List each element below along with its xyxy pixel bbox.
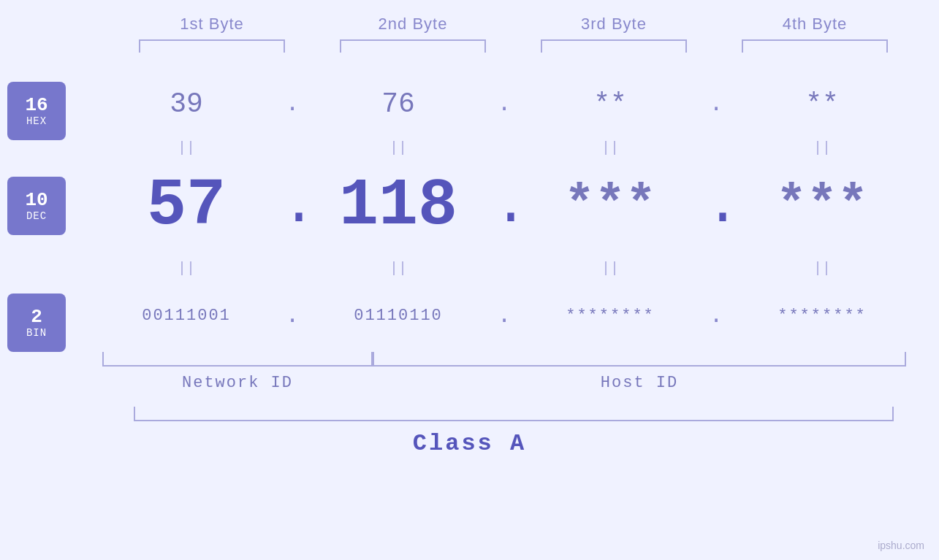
dot2-bin: . — [493, 302, 515, 329]
dot3-hex: . — [705, 91, 727, 118]
dot1-bin: . — [281, 302, 303, 329]
host-id-label: Host ID — [373, 374, 906, 392]
dec-row: 57 . 118 . *** . *** — [102, 162, 906, 250]
bin-b1: 00111001 — [113, 307, 259, 325]
bin-badge-label: BIN — [26, 327, 47, 339]
bin-b4: ******** — [749, 307, 895, 325]
equals-row-2: || || || || — [102, 250, 906, 286]
network-bracket — [102, 352, 373, 367]
dec-b1: 57 — [113, 173, 259, 239]
bottom-brackets-row — [102, 352, 906, 367]
content-wrapper: 16 HEX 39 . 76 . ** . ** || || — [0, 74, 939, 392]
bin-badge-number: 2 — [31, 307, 42, 328]
equals-row-1: || || || || — [102, 133, 906, 162]
hex-b2: 76 — [325, 88, 471, 120]
eq1-b3: || — [537, 139, 683, 156]
hex-row: 39 . 76 . ** . ** — [102, 74, 906, 133]
dot3-dec: . — [705, 168, 727, 244]
hex-section: 16 HEX 39 . 76 . ** . ** — [102, 74, 939, 133]
outer-bracket — [134, 407, 894, 421]
bracket-byte4 — [742, 39, 888, 53]
dec-badge-label: DEC — [26, 210, 47, 222]
bin-b3: ******** — [537, 307, 683, 325]
byte2-header: 2nd Byte — [332, 15, 493, 34]
dot1-dec: . — [281, 168, 303, 244]
dot1-hex: . — [281, 91, 303, 118]
dot2-dec: . — [493, 168, 515, 244]
host-bracket — [373, 352, 906, 367]
byte1-header: 1st Byte — [132, 15, 292, 34]
bracket-byte1 — [139, 39, 285, 53]
dec-badge: 10 DEC — [7, 177, 66, 235]
eq2-b3: || — [537, 260, 683, 277]
main-container: 1st Byte 2nd Byte 3rd Byte 4th Byte 16 H… — [0, 0, 939, 560]
hex-badge-label: HEX — [26, 115, 47, 127]
eq1-b1: || — [113, 139, 259, 156]
eq2-b2: || — [325, 260, 471, 277]
dec-section: 10 DEC 57 . 118 . *** . *** — [102, 162, 939, 250]
byte-headers: 1st Byte 2nd Byte 3rd Byte 4th Byte — [112, 15, 916, 34]
network-id-label: Network ID — [102, 374, 373, 392]
top-bracket-row — [112, 39, 916, 53]
hex-b4: ** — [749, 88, 895, 120]
dot2-hex: . — [493, 91, 515, 118]
values-area: 16 HEX 39 . 76 . ** . ** || || — [102, 74, 939, 392]
id-labels-row: Network ID Host ID — [102, 374, 906, 392]
bin-badge: 2 BIN — [7, 294, 66, 352]
bin-section: 2 BIN 00111001 . 01110110 . ******** . *… — [102, 286, 939, 345]
byte4-header: 4th Byte — [734, 15, 895, 34]
bracket-byte2 — [340, 39, 486, 53]
bin-b2: 01110110 — [325, 307, 471, 325]
watermark: ipshu.com — [878, 540, 924, 551]
eq1-b4: || — [749, 139, 895, 156]
byte3-header: 3rd Byte — [533, 15, 694, 34]
hex-b3: ** — [537, 88, 683, 120]
bin-row: 00111001 . 01110110 . ******** . *******… — [102, 286, 906, 345]
class-label: Class A — [0, 430, 939, 457]
eq1-b2: || — [325, 139, 471, 156]
eq2-b1: || — [113, 260, 259, 277]
eq2-b4: || — [749, 260, 895, 277]
dec-b4: *** — [749, 180, 895, 231]
dec-b2: 118 — [325, 173, 471, 239]
hex-badge: 16 HEX — [7, 82, 66, 140]
hex-badge-number: 16 — [25, 95, 47, 116]
bracket-byte3 — [541, 39, 687, 53]
dec-b3: *** — [537, 180, 683, 231]
dec-badge-number: 10 — [25, 190, 47, 211]
dot3-bin: . — [705, 302, 727, 329]
hex-b1: 39 — [113, 88, 259, 120]
